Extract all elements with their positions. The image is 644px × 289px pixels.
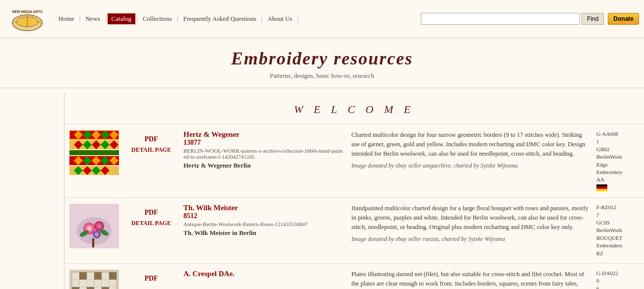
code-line: AA (596, 176, 639, 183)
left-sidebar (0, 92, 64, 289)
item-desc-text: Plates illustrating darned net (filet), … (351, 271, 584, 289)
page-title: Embroidery resources (5, 48, 639, 69)
item-number: 8512 (183, 212, 344, 220)
item-title: Hertz & Wegener (183, 130, 344, 139)
item-publisher: Hertz & Wegener Berlin (183, 162, 344, 170)
code-line: GB02 (596, 146, 639, 153)
nav-sep-2: | (105, 15, 107, 23)
svg-rect-70 (102, 287, 109, 289)
detail-page-link[interactable]: DETAIL PAGE (124, 146, 178, 154)
code-line: RZ (596, 250, 639, 257)
item-codes: F-RZ012 7 GC09 BerlinWork BOUQUET Embroi… (594, 204, 639, 257)
nav-collections[interactable]: Collections (139, 14, 176, 24)
germany-flag-icon (596, 184, 607, 191)
item-links: PDF DETAIL PAGE (124, 130, 178, 154)
item-links: PDF (124, 270, 178, 286)
svg-rect-40 (596, 189, 607, 192)
item-desc-text: Charted multicolor design for four narro… (351, 131, 585, 157)
list-item: PDF DETAIL PAGE Hertz & Wegener 13877 BE… (64, 124, 644, 197)
code-line: G-AA008 (596, 130, 639, 138)
list-item: PDF DETAIL PAGE Th. Wilk Meister 8512 An… (64, 197, 644, 263)
nav-catalog[interactable]: Catalog (108, 13, 135, 24)
code-line: G-DA022 (596, 270, 639, 277)
code-line: Embroidery (596, 169, 639, 176)
code-line: BOUQUET (596, 234, 639, 242)
divider-1 (0, 88, 644, 88)
main-layout: W E L C O M E (0, 92, 644, 289)
svg-rect-68 (72, 287, 79, 289)
item-archive: Antique-Berlin-Woolwork-Pattern-Roses-12… (183, 221, 344, 227)
donate-button[interactable]: Donate (608, 13, 639, 25)
nav-home[interactable]: Home (55, 14, 78, 24)
item-codes: G-DA022 0 6 Crochet Cross-stitch (594, 270, 639, 289)
pdf-link[interactable]: PDF (124, 275, 178, 283)
code-line: 7 (596, 212, 639, 219)
code-line: Edge (596, 161, 639, 169)
page-subtitle: Patterns, designs, basic how-to, researc… (5, 72, 639, 80)
svg-rect-38 (596, 184, 607, 187)
find-button[interactable]: Find (582, 13, 604, 25)
code-line: 1 (596, 138, 639, 145)
nav-sep-1: | (79, 15, 81, 23)
svg-rect-26 (69, 150, 119, 155)
item-thumbnail (69, 204, 119, 248)
svg-point-45 (87, 227, 91, 231)
item-description: Handpainted multicolor charted design fo… (349, 204, 594, 243)
nav-about[interactable]: About Us (263, 14, 296, 24)
item-info: Hertz & Wegener 13877 BERLIN-WOOL-WORK-p… (178, 130, 349, 170)
item-archive: BERLIN-WOOL-WORK-pattern-x-archive-colle… (183, 148, 344, 160)
item-description: Plates illustrating darned net (filet), … (349, 270, 594, 289)
nav-sep-4: | (177, 15, 178, 23)
svg-rect-66 (94, 272, 102, 280)
item-title: Th. Wilk Meister (183, 204, 344, 212)
svg-point-49 (95, 232, 99, 236)
svg-rect-69 (87, 287, 94, 289)
nav-sep-5: | (261, 15, 263, 23)
item-info: Th. Wilk Meister 8512 Antique-Berlin-Woo… (178, 204, 349, 237)
search-input[interactable] (421, 13, 580, 25)
list-item: PDF A. Crespel DAe. Plates illustrating … (64, 263, 644, 289)
nav-sep-3: | (136, 15, 138, 23)
item-number: 13877 (183, 139, 344, 147)
pdf-link[interactable]: PDF (124, 135, 178, 143)
logo: NEW MEDIA ARTS (5, 4, 50, 34)
item-info: A. Crespel DAe. (178, 270, 349, 278)
svg-rect-67 (109, 272, 117, 280)
svg-rect-65 (79, 272, 87, 280)
code-line: 0 (596, 277, 639, 285)
svg-rect-39 (596, 187, 607, 189)
nav-news[interactable]: News (81, 14, 104, 24)
svg-rect-52 (92, 238, 94, 247)
detail-page-link[interactable]: DETAIL PAGE (124, 220, 178, 227)
code-line: F-RZ012 (596, 204, 639, 211)
item-title: A. Crespel DAe. (183, 270, 344, 278)
welcome-heading: W E L C O M E (64, 97, 644, 124)
nav-sep-6: | (297, 15, 299, 23)
item-links: PDF DETAIL PAGE (124, 204, 178, 227)
item-desc-text: Handpainted multicolor charted design fo… (351, 205, 588, 231)
code-line: Embroidery (596, 242, 639, 249)
item-donated: Image donated by ebay seller amgarchive,… (351, 161, 591, 170)
code-line: GC09 (596, 219, 639, 227)
item-thumbnail (69, 270, 119, 289)
nav-faq[interactable]: Frequently Asked Questions (179, 14, 260, 24)
page-title-area: Embroidery resources Patterns, designs, … (0, 38, 644, 84)
svg-text:NEW MEDIA ARTS: NEW MEDIA ARTS (12, 10, 43, 13)
pdf-link[interactable]: PDF (124, 209, 178, 217)
code-line: BerlinWork (596, 227, 639, 234)
content-area: W E L C O M E (64, 92, 644, 289)
code-line: BerlinWork (596, 153, 639, 161)
item-donated: Image donated by ebay seller raezza, cha… (351, 234, 591, 243)
search-area: Find Donate (421, 13, 639, 25)
item-thumbnail (69, 130, 119, 175)
svg-point-47 (96, 223, 102, 229)
item-publisher: Th. Wilk Meister in Berlin (183, 229, 344, 237)
header: NEW MEDIA ARTS Home | News | Catalog | C… (0, 0, 644, 38)
code-line: 6 (596, 285, 639, 289)
item-codes: G-AA008 1 GB02 BerlinWork Edge Embroider… (594, 130, 639, 191)
item-description: Charted multicolor design for four narro… (349, 130, 594, 170)
nav: Home | News | Catalog | Collections | Fr… (55, 13, 639, 25)
